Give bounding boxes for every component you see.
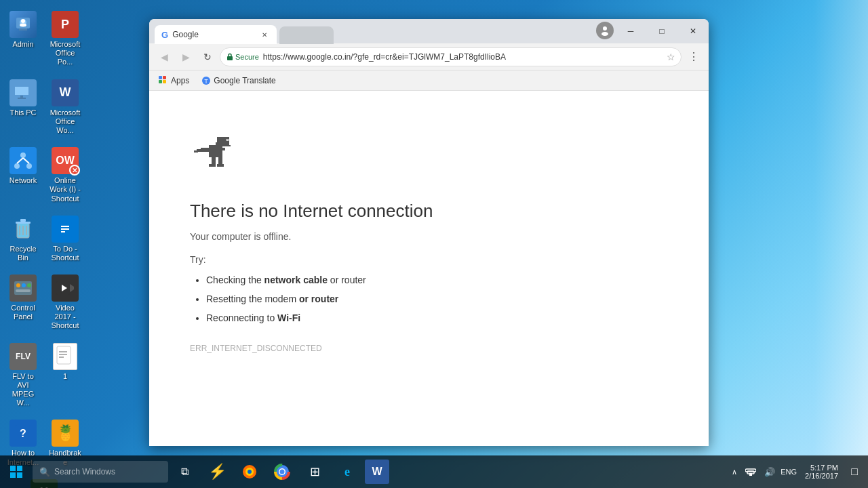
bookmarks-apps-button[interactable]: Apps: [155, 75, 193, 87]
suggestion-2: Resetting the modem or router: [206, 289, 366, 308]
taskbar: 🔍 Search Windows ⧉ ⚡ ⊞ e W ∧ 🔊 ENG: [0, 455, 868, 488]
recycle-bin-icon: [9, 216, 37, 243]
tray-network-icon[interactable]: [743, 464, 759, 480]
search-placeholder: Search Windows: [54, 467, 115, 476]
todo-label: To Do - Shortcut: [48, 245, 82, 262]
chrome-menu-button[interactable]: ⋮: [684, 47, 703, 66]
svg-point-39: [601, 32, 608, 36]
chrome-profile-btn[interactable]: [596, 22, 614, 39]
svg-rect-44: [163, 80, 166, 83]
bookmark-google-translate[interactable]: T Google Translate: [196, 75, 281, 87]
video-shortcut-label: Video 2017 - Shortcut: [48, 304, 82, 331]
admin-icon: [9, 11, 37, 38]
ms-word-label: Microsoft Office Wo...: [48, 108, 82, 136]
desktop-icon-video-shortcut[interactable]: Video 2017 - Shortcut: [45, 270, 85, 335]
svg-rect-61: [10, 466, 16, 471]
address-bar[interactable]: Secure https://www.google.co.in/?gfe_rd=…: [220, 47, 682, 66]
svg-rect-43: [163, 76, 166, 79]
desktop-icon-ms-office-ppt[interactable]: P Microsoft Office Po...: [45, 7, 85, 71]
svg-point-3: [21, 19, 25, 23]
taskbar-windows-apps-icon[interactable]: ⊞: [298, 455, 331, 488]
desktop-icon-control-panel[interactable]: Control Panel: [3, 270, 43, 335]
svg-rect-59: [221, 148, 225, 150]
maximize-button[interactable]: □: [646, 19, 677, 43]
svg-rect-1: [19, 28, 27, 30]
file-1-icon: [53, 343, 77, 370]
svg-rect-51: [216, 142, 221, 148]
chrome-window-controls: ─ □ ✕: [615, 19, 709, 43]
chrome-titlebar: G Google ✕ ─ □ ✕: [149, 19, 709, 43]
desktop-icon-todo[interactable]: To Do - Shortcut: [45, 211, 85, 266]
svg-rect-40: [227, 56, 233, 60]
svg-text:T: T: [205, 78, 209, 85]
howto-icon: ?: [9, 420, 37, 447]
svg-rect-24: [14, 281, 32, 295]
this-pc-label: This PC: [9, 108, 36, 117]
taskbar-ie-icon[interactable]: e: [331, 455, 363, 488]
network-icon: [9, 147, 37, 174]
svg-rect-57: [209, 164, 216, 167]
desktop: Admin P Microsoft Office Po... This PC: [0, 0, 868, 488]
taskbar-lightning-icon[interactable]: ⚡: [201, 455, 233, 488]
secure-badge: Secure: [226, 53, 259, 61]
svg-point-25: [16, 283, 20, 287]
chrome-window: G Google ✕ ─ □ ✕ ◀ ▶ ↻ Secure: [149, 19, 709, 446]
svg-marker-30: [70, 284, 74, 292]
desktop-icon-online-shortcut[interactable]: OW ✕ Online Work (I) - Shortcut: [45, 143, 85, 207]
chrome-g-logo: G: [161, 30, 168, 40]
svg-rect-58: [217, 164, 224, 167]
desktop-icons-container: Admin P Microsoft Office Po... This PC: [0, 0, 88, 455]
desktop-icon-admin[interactable]: Admin: [3, 7, 43, 71]
taskbar-clock[interactable]: 5:17 PM 2/16/2017: [800, 464, 844, 480]
desktop-icon-flv[interactable]: FLV FLV to AVI MPEG W...: [3, 339, 43, 412]
ms-ppt-icon: P: [52, 11, 79, 38]
desktop-icon-recycle-bin[interactable]: Recycle Bin: [3, 211, 43, 266]
chrome-active-tab[interactable]: G Google ✕: [155, 25, 277, 44]
svg-rect-8: [18, 98, 26, 99]
svg-point-67: [248, 470, 252, 474]
suggestion-1-text: Checking the network cable or router: [206, 274, 366, 285]
error-suggestions-list: Checking the network cable or router Res…: [190, 270, 366, 327]
chrome-toolbar: ◀ ▶ ↻ Secure https://www.google.co.in/?g…: [149, 43, 709, 70]
taskbar-firefox-icon[interactable]: [233, 455, 266, 488]
task-view-button[interactable]: ⧉: [168, 455, 201, 488]
svg-point-4: [20, 24, 26, 27]
tray-notifications-icon[interactable]: □: [846, 464, 863, 480]
desktop-icon-network[interactable]: Network: [3, 143, 43, 207]
svg-rect-76: [745, 469, 756, 472]
tray-chevron[interactable]: ∧: [732, 468, 737, 476]
forward-button[interactable]: ▶: [176, 47, 195, 66]
desktop-icon-ms-word[interactable]: W Microsoft Office Wo...: [45, 75, 85, 140]
desktop-icon-file-1[interactable]: 1: [45, 339, 85, 412]
url-text: https://www.google.co.in/?gfe_rd=cr&ei=T…: [263, 52, 663, 62]
chrome-new-tab[interactable]: [279, 26, 334, 44]
taskbar-pinned-apps: ⚡ ⊞ e W: [201, 455, 726, 488]
tray-volume-icon[interactable]: 🔊: [762, 464, 778, 480]
minimize-button[interactable]: ─: [615, 19, 646, 43]
video-shortcut-icon: [52, 274, 79, 302]
svg-rect-54: [194, 150, 198, 152]
svg-point-38: [603, 26, 607, 30]
svg-rect-42: [159, 80, 162, 83]
error-subtitle: Your computer is offline.: [190, 231, 291, 242]
search-icon: 🔍: [39, 467, 50, 477]
control-panel-icon: [9, 274, 37, 302]
close-button[interactable]: ✕: [677, 19, 709, 43]
svg-rect-41: [159, 76, 162, 79]
network-label: Network: [9, 176, 37, 185]
chrome-tab-close[interactable]: ✕: [259, 29, 270, 40]
bookmark-star[interactable]: ☆: [667, 52, 675, 62]
suggestion-3: Reconnecting to Wi-Fi: [206, 308, 366, 327]
taskbar-chrome-icon[interactable]: [266, 455, 298, 488]
taskbar-word-icon[interactable]: W: [365, 460, 389, 484]
flv-label: FLV to AVI MPEG W...: [6, 372, 40, 408]
reload-button[interactable]: ↻: [198, 47, 217, 66]
back-button[interactable]: ◀: [155, 47, 174, 66]
svg-rect-7: [20, 96, 23, 98]
tray-language-icon[interactable]: ENG: [781, 464, 797, 480]
svg-line-12: [17, 158, 23, 163]
taskbar-search-box[interactable]: 🔍 Search Windows: [33, 461, 168, 483]
start-button[interactable]: [0, 455, 33, 488]
ms-word-icon: W: [52, 79, 79, 106]
desktop-icon-this-pc[interactable]: This PC: [3, 75, 43, 140]
